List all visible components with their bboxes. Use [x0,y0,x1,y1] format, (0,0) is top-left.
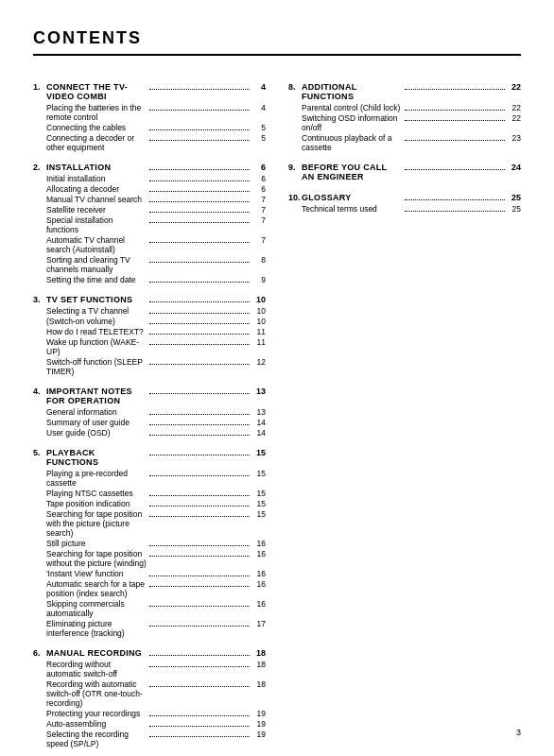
item-label: (Switch-on volume) [46,317,147,326]
section-title: ADDITIONAL FUNCTIONS [302,82,402,101]
section-dots [405,169,505,170]
toc-grid: 1.CONNECT THE TV-VIDEO COMBI4Placing the… [33,73,521,756]
item-page: 18 [252,679,266,689]
item-label: Setting the time and date [46,275,147,284]
section-title: MANUAL RECORDING [46,648,147,658]
item-page: 22 [508,103,521,112]
item-dots [149,686,250,687]
list-item: User guide (OSD)14 [46,428,266,438]
section-number: 9. [288,163,302,172]
item-label: Searching for tape position with the pic… [46,509,147,538]
item-dots [149,129,250,130]
item-page: 12 [252,357,266,367]
section-page: 13 [252,387,266,396]
item-label: Allocating a decoder [46,184,147,194]
list-item: Parental control (Child lock)22 [302,103,521,112]
item-dots [149,140,250,141]
item-dots [405,140,505,141]
item-dots [149,313,250,314]
list-item: Setting the time and date9 [46,275,266,284]
section-number: 2. [33,163,46,172]
item-page: 7 [252,195,266,204]
list-item: Satellite receiver7 [46,205,266,215]
list-item: Switch-off function (SLEEP TIMER)12 [46,357,266,376]
list-item: Searching for tape position with the pic… [46,509,266,538]
section-header: 9.BEFORE YOU CALL AN ENGINEER24 [288,163,521,181]
section-header: 4.IMPORTANT NOTES FOR OPERATION13 [33,387,266,405]
item-label: Switch-off function (SLEEP TIMER) [46,357,147,376]
item-dots [149,506,250,507]
item-page: 19 [252,709,266,718]
item-label: Recording without automatic switch-off [46,660,147,679]
list-item: Automatic search for a tape position (in… [46,579,266,598]
item-dots [149,475,250,476]
list-item: Auto-assembling19 [46,719,266,729]
list-item: Connecting a decoder or other equipment5 [46,133,266,152]
left-column: 1.CONNECT THE TV-VIDEO COMBI4Placing the… [33,73,266,756]
item-label: Selecting the recording speed (SP/LP) [46,730,147,748]
item-label: Searching for tape position without the … [46,549,147,568]
list-item: General information13 [46,407,266,417]
item-label: Skipping commercials automatically [46,599,147,618]
item-page: 8 [252,255,266,265]
item-page: 5 [252,123,266,132]
item-label: Wake up function (WAKE-UP) [46,337,147,356]
list-item: 'Instant View' function16 [46,569,266,578]
section-title: BEFORE YOU CALL AN ENGINEER [302,163,402,181]
list-item: Selecting the recording speed (SP/LP)19 [46,730,266,748]
item-page: 25 [508,204,521,214]
item-label: User guide (OSD) [46,428,147,438]
page-number: 3 [516,728,521,737]
item-label: Connecting the cables [46,123,147,132]
list-item: Sorting and clearing TV channels manuall… [46,255,266,274]
item-label: Placing the batteries in the remote cont… [46,103,147,122]
section-page: 10 [252,295,266,304]
item-label: Summary of user guide [46,418,147,427]
item-label: Manual TV channel search [46,195,147,204]
item-dots [149,323,250,324]
list-item: Switching OSD information on/off22 [302,113,521,132]
item-label: Still picture [46,539,147,548]
item-label: Parental control (Child lock) [302,103,402,112]
item-label: Continuous playback of a cassette [302,133,402,152]
list-item: Playing NTSC cassettes15 [46,489,266,498]
item-page: 16 [252,549,266,558]
list-item: Recording with automatic switch-off (OTR… [46,679,266,708]
item-dots [149,414,250,415]
item-dots [149,212,250,213]
item-dots [149,726,250,727]
section-header: 5.PLAYBACK FUNCTIONS15 [33,448,266,467]
item-page: 7 [252,205,266,215]
list-item: Manual TV channel search7 [46,195,266,204]
item-label: Technical terms used [302,204,402,214]
item-dots [405,120,505,121]
item-label: 'Instant View' function [46,569,147,578]
page-title: CONTENTS [33,28,521,56]
item-dots [149,110,250,111]
item-page: 11 [252,337,266,347]
section-title: INSTALLATION [46,163,147,172]
section-dots [149,393,250,394]
item-label: Switching OSD information on/off [302,113,402,132]
item-page: 13 [252,407,266,417]
list-item: (Switch-on volume)10 [46,317,266,326]
section-dots [149,301,250,302]
item-page: 7 [252,235,266,245]
list-item: Recording without automatic switch-off18 [46,660,266,679]
item-dots [149,576,250,576]
section-number: 4. [33,387,46,396]
list-item: Protecting your recordings19 [46,709,266,718]
section-number: 1. [33,82,46,92]
section-header: 8.ADDITIONAL FUNCTIONS22 [288,82,521,101]
item-label: Recording with automatic switch-off (OTR… [46,679,147,708]
list-item: Connecting the cables5 [46,123,266,132]
item-label: Playing NTSC cassettes [46,489,147,498]
item-dots [149,201,250,202]
section-header: 10.GLOSSARY25 [288,193,521,202]
section-title: TV SET FUNCTIONS [46,295,147,304]
list-item: Special installation functions7 [46,215,266,234]
list-item: Placing the batteries in the remote cont… [46,103,266,122]
item-label: Connecting a decoder or other equipment [46,133,147,152]
item-dots [149,586,250,587]
list-item: Playing a pre-recorded cassette15 [46,469,266,488]
